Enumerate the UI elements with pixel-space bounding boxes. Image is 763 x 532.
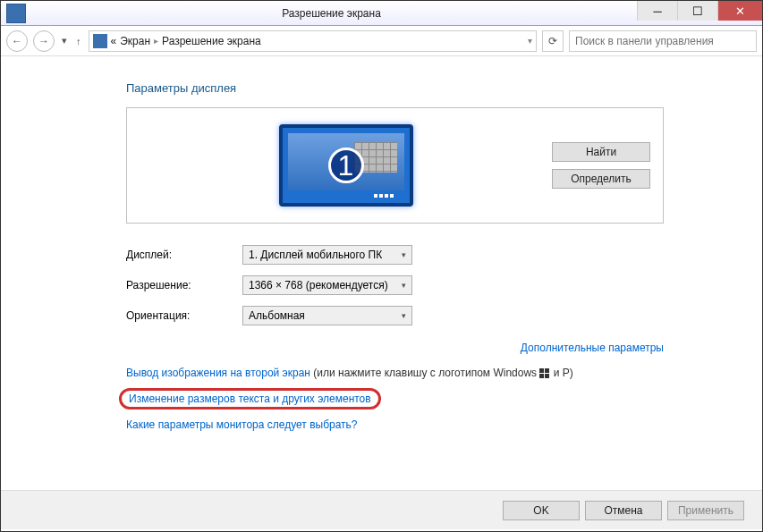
back-button[interactable]: ← [6,30,28,52]
breadcrumb-bar[interactable]: « Экран ▸ Разрешение экрана ▾ [89,30,538,52]
resolution-field: Разрешение: 1366 × 768 (рекомендуется) ▾ [126,275,664,295]
resolution-select[interactable]: 1366 × 768 (рекомендуется) ▾ [242,275,412,295]
display-select[interactable]: 1. Дисплей мобильного ПК ▾ [242,245,412,265]
annotation-highlight: Изменение размеров текста и других элеме… [119,388,381,410]
cancel-button[interactable]: Отмена [585,501,662,520]
breadcrumb-prefix: « [111,35,117,47]
resolution-label: Разрешение: [126,279,242,291]
display-field: Дисплей: 1. Дисплей мобильного ПК ▾ [126,245,664,265]
chevron-down-icon: ▾ [402,250,406,259]
close-button[interactable]: ✕ [717,1,762,21]
orientation-label: Ориентация: [126,309,242,322]
apply-button[interactable]: Применить [667,501,744,520]
window-title: Разрешение экрана [26,7,637,20]
identify-button[interactable]: Определить [552,169,650,189]
svg-rect-0 [539,368,544,373]
display-label: Дисплей: [126,249,242,261]
breadcrumb-resolution[interactable]: Разрешение экрана [162,35,261,47]
forward-button[interactable]: → [33,30,55,52]
title-bar: Разрешение экрана ─ ☐ ✕ [1,1,762,26]
which-settings-link[interactable]: Какие параметры монитора следует выбрать… [126,418,358,431]
resize-text-link[interactable]: Изменение размеров текста и других элеме… [129,393,371,405]
svg-rect-3 [545,374,549,378]
monitor-number: 1 [328,148,364,183]
content-area: Параметры дисплея 1 Найти Определить Дис… [1,56,762,431]
chevron-right-icon: ▸ [154,36,158,46]
chevron-down-icon: ▾ [402,281,406,290]
monitor-preview-panel: 1 Найти Определить [126,107,664,224]
footer-bar: OK Отмена Применить [1,490,762,529]
page-heading: Параметры дисплея [126,81,664,95]
maximize-button[interactable]: ☐ [677,1,717,21]
refresh-button[interactable]: ⟳ [542,30,564,52]
up-button[interactable]: ↑ [74,36,83,46]
find-button[interactable]: Найти [552,142,650,162]
app-icon [6,4,26,23]
chevron-down-icon[interactable]: ▾ [528,36,532,46]
orientation-field: Ориентация: Альбомная ▾ [126,306,664,325]
chevron-down-icon: ▾ [402,311,406,320]
svg-rect-2 [539,374,544,378]
nav-bar: ← → ▾ ↑ « Экран ▸ Разрешение экрана ▾ ⟳ [1,26,762,56]
svg-rect-1 [545,368,549,373]
search-input[interactable] [569,30,757,52]
ok-button[interactable]: OK [503,501,580,520]
history-dropdown-icon[interactable]: ▾ [60,35,69,46]
monitor-thumbnail[interactable]: 1 [279,124,413,207]
second-screen-link[interactable]: Вывод изображения на второй экран [126,367,310,379]
breadcrumb-screen[interactable]: Экран [120,35,150,47]
minimize-button[interactable]: ─ [637,1,677,21]
second-screen-hint: (или нажмите клавишу с логотипом Windows [310,367,539,379]
orientation-select[interactable]: Альбомная ▾ [242,306,412,325]
control-panel-icon [93,34,107,48]
windows-logo-icon [539,368,550,379]
advanced-settings-link[interactable]: Дополнительные параметры [521,342,664,354]
second-screen-hint-tail: и P) [550,367,572,379]
